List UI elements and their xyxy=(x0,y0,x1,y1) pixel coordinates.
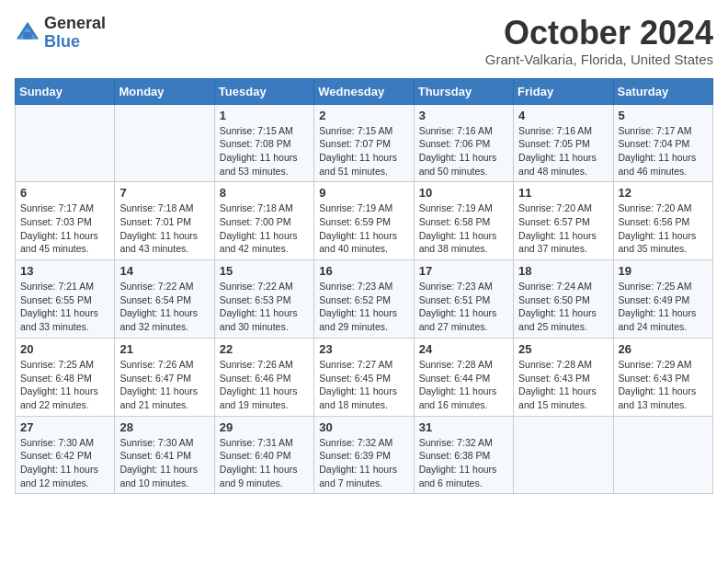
day-number: 16 xyxy=(319,264,408,278)
calendar-day-cell: 17 Sunrise: 7:23 AMSunset: 6:51 PMDaylig… xyxy=(414,260,513,339)
header-friday: Friday xyxy=(514,78,613,104)
day-number: 29 xyxy=(220,420,309,434)
calendar-day-cell: 30 Sunrise: 7:32 AMSunset: 6:39 PMDaylig… xyxy=(314,416,414,494)
header-thursday: Thursday xyxy=(414,78,513,104)
day-number: 11 xyxy=(518,186,608,200)
day-info: Sunrise: 7:17 AMSunset: 7:03 PMDaylight:… xyxy=(20,201,109,256)
calendar-day-cell: 23 Sunrise: 7:27 AMSunset: 6:45 PMDaylig… xyxy=(314,338,414,416)
day-info: Sunrise: 7:31 AMSunset: 6:40 PMDaylight:… xyxy=(220,436,309,490)
day-info: Sunrise: 7:22 AMSunset: 6:53 PMDaylight:… xyxy=(220,280,309,334)
calendar-day-cell: 31 Sunrise: 7:32 AMSunset: 6:38 PMDaylig… xyxy=(414,416,513,494)
day-number: 12 xyxy=(619,186,708,200)
day-number: 9 xyxy=(319,186,408,200)
day-info: Sunrise: 7:18 AMSunset: 7:00 PMDaylight:… xyxy=(220,201,309,256)
day-info: Sunrise: 7:15 AMSunset: 7:08 PMDaylight:… xyxy=(220,124,309,178)
calendar-day-cell: 24 Sunrise: 7:28 AMSunset: 6:44 PMDaylig… xyxy=(414,338,513,416)
day-number: 18 xyxy=(518,264,608,278)
day-number: 5 xyxy=(619,109,708,122)
day-info: Sunrise: 7:21 AMSunset: 6:55 PMDaylight:… xyxy=(20,280,109,334)
calendar-day-cell: 18 Sunrise: 7:24 AMSunset: 6:50 PMDaylig… xyxy=(514,260,613,339)
day-number: 25 xyxy=(518,342,608,356)
calendar-table: Sunday Monday Tuesday Wednesday Thursday… xyxy=(15,78,713,495)
calendar-day-cell xyxy=(613,416,712,494)
calendar-header-row: Sunday Monday Tuesday Wednesday Thursday… xyxy=(16,78,713,104)
day-info: Sunrise: 7:20 AMSunset: 6:57 PMDaylight:… xyxy=(518,201,608,256)
calendar-day-cell xyxy=(16,104,115,182)
day-number: 10 xyxy=(419,186,508,200)
calendar-day-cell: 13 Sunrise: 7:21 AMSunset: 6:55 PMDaylig… xyxy=(16,260,115,339)
day-number: 28 xyxy=(119,420,209,434)
calendar-day-cell: 11 Sunrise: 7:20 AMSunset: 6:57 PMDaylig… xyxy=(514,182,613,260)
month-title: October 2024 xyxy=(485,15,713,52)
day-info: Sunrise: 7:23 AMSunset: 6:51 PMDaylight:… xyxy=(419,280,508,334)
day-number: 23 xyxy=(319,342,408,356)
calendar-day-cell xyxy=(115,104,214,182)
day-number: 13 xyxy=(20,264,109,278)
header-saturday: Saturday xyxy=(613,78,712,104)
calendar-week-row: 20 Sunrise: 7:25 AMSunset: 6:48 PMDaylig… xyxy=(16,338,713,416)
day-number: 2 xyxy=(319,109,408,122)
calendar-day-cell: 28 Sunrise: 7:30 AMSunset: 6:41 PMDaylig… xyxy=(115,416,214,494)
day-number: 21 xyxy=(119,342,209,356)
day-number: 8 xyxy=(220,186,309,200)
day-number: 3 xyxy=(419,109,508,122)
header-monday: Monday xyxy=(115,78,214,104)
day-number: 7 xyxy=(119,186,209,200)
day-info: Sunrise: 7:23 AMSunset: 6:52 PMDaylight:… xyxy=(319,280,408,334)
calendar-day-cell: 21 Sunrise: 7:26 AMSunset: 6:47 PMDaylig… xyxy=(115,338,214,416)
calendar-week-row: 13 Sunrise: 7:21 AMSunset: 6:55 PMDaylig… xyxy=(16,260,713,339)
day-number: 20 xyxy=(20,342,109,356)
day-info: Sunrise: 7:20 AMSunset: 6:56 PMDaylight:… xyxy=(619,201,708,256)
day-info: Sunrise: 7:19 AMSunset: 6:58 PMDaylight:… xyxy=(419,201,508,256)
day-info: Sunrise: 7:15 AMSunset: 7:07 PMDaylight:… xyxy=(319,124,408,178)
calendar-day-cell: 25 Sunrise: 7:28 AMSunset: 6:43 PMDaylig… xyxy=(514,338,613,416)
day-info: Sunrise: 7:26 AMSunset: 6:47 PMDaylight:… xyxy=(119,358,209,412)
logo-general-text: General xyxy=(44,14,106,32)
day-number: 24 xyxy=(419,342,508,356)
day-number: 22 xyxy=(220,342,309,356)
day-number: 1 xyxy=(220,109,309,122)
calendar-day-cell: 29 Sunrise: 7:31 AMSunset: 6:40 PMDaylig… xyxy=(214,416,313,494)
calendar-day-cell: 16 Sunrise: 7:23 AMSunset: 6:52 PMDaylig… xyxy=(314,260,414,339)
day-info: Sunrise: 7:18 AMSunset: 7:01 PMDaylight:… xyxy=(119,201,209,256)
calendar-day-cell: 8 Sunrise: 7:18 AMSunset: 7:00 PMDayligh… xyxy=(214,182,313,260)
day-info: Sunrise: 7:32 AMSunset: 6:39 PMDaylight:… xyxy=(319,436,408,490)
calendar-week-row: 6 Sunrise: 7:17 AMSunset: 7:03 PMDayligh… xyxy=(16,182,713,260)
day-number: 15 xyxy=(220,264,309,278)
day-info: Sunrise: 7:29 AMSunset: 6:43 PMDaylight:… xyxy=(619,358,708,412)
day-info: Sunrise: 7:16 AMSunset: 7:06 PMDaylight:… xyxy=(419,124,508,178)
header-wednesday: Wednesday xyxy=(314,78,414,104)
logo-blue-text: Blue xyxy=(44,32,80,51)
calendar-day-cell: 14 Sunrise: 7:22 AMSunset: 6:54 PMDaylig… xyxy=(115,260,214,339)
day-info: Sunrise: 7:22 AMSunset: 6:54 PMDaylight:… xyxy=(119,280,209,334)
day-number: 27 xyxy=(20,420,109,434)
day-info: Sunrise: 7:27 AMSunset: 6:45 PMDaylight:… xyxy=(319,358,408,412)
day-number: 14 xyxy=(119,264,209,278)
page-header: General Blue October 2024 Grant-Valkaria… xyxy=(15,15,713,67)
day-number: 6 xyxy=(20,186,109,200)
calendar-day-cell: 27 Sunrise: 7:30 AMSunset: 6:42 PMDaylig… xyxy=(16,416,115,494)
calendar-day-cell: 10 Sunrise: 7:19 AMSunset: 6:58 PMDaylig… xyxy=(414,182,513,260)
day-info: Sunrise: 7:30 AMSunset: 6:41 PMDaylight:… xyxy=(119,436,209,490)
day-info: Sunrise: 7:17 AMSunset: 7:04 PMDaylight:… xyxy=(619,124,708,178)
day-info: Sunrise: 7:28 AMSunset: 6:44 PMDaylight:… xyxy=(419,358,508,412)
header-tuesday: Tuesday xyxy=(214,78,313,104)
day-number: 17 xyxy=(419,264,508,278)
day-number: 4 xyxy=(518,109,608,122)
calendar-day-cell: 2 Sunrise: 7:15 AMSunset: 7:07 PMDayligh… xyxy=(314,104,414,182)
day-info: Sunrise: 7:26 AMSunset: 6:46 PMDaylight:… xyxy=(220,358,309,412)
header-sunday: Sunday xyxy=(16,78,115,104)
day-info: Sunrise: 7:25 AMSunset: 6:49 PMDaylight:… xyxy=(619,280,708,334)
location-text: Grant-Valkaria, Florida, United States xyxy=(485,52,713,67)
day-info: Sunrise: 7:24 AMSunset: 6:50 PMDaylight:… xyxy=(518,280,608,334)
calendar-day-cell: 19 Sunrise: 7:25 AMSunset: 6:49 PMDaylig… xyxy=(613,260,712,339)
calendar-week-row: 27 Sunrise: 7:30 AMSunset: 6:42 PMDaylig… xyxy=(16,416,713,494)
title-block: October 2024 Grant-Valkaria, Florida, Un… xyxy=(485,15,713,67)
day-info: Sunrise: 7:28 AMSunset: 6:43 PMDaylight:… xyxy=(518,358,608,412)
calendar-day-cell: 9 Sunrise: 7:19 AMSunset: 6:59 PMDayligh… xyxy=(314,182,414,260)
calendar-day-cell xyxy=(514,416,613,494)
day-number: 31 xyxy=(419,420,508,434)
calendar-day-cell: 5 Sunrise: 7:17 AMSunset: 7:04 PMDayligh… xyxy=(613,104,712,182)
calendar-day-cell: 12 Sunrise: 7:20 AMSunset: 6:56 PMDaylig… xyxy=(613,182,712,260)
calendar-day-cell: 22 Sunrise: 7:26 AMSunset: 6:46 PMDaylig… xyxy=(214,338,313,416)
